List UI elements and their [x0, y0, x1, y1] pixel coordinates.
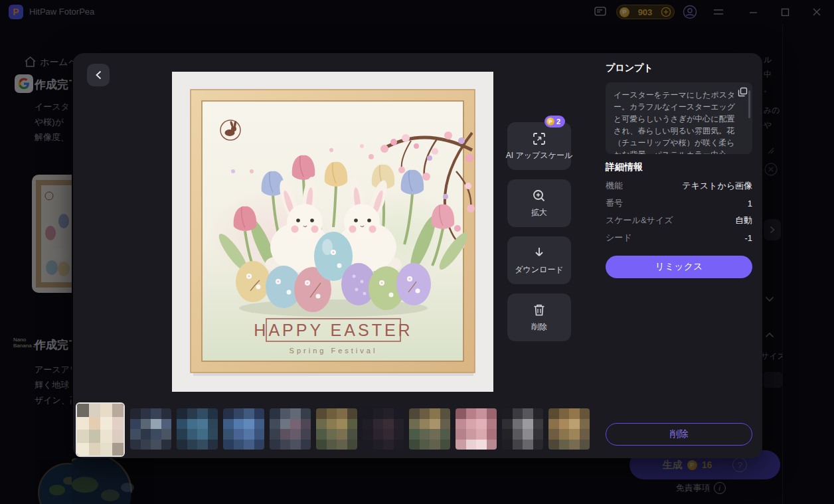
- detail-row-scale-size: スケール&サイズ 自動: [606, 214, 752, 227]
- delete-outline-button[interactable]: 削除: [606, 423, 752, 446]
- prompt-title: プロンプト: [606, 62, 653, 74]
- thumbnail-6[interactable]: [316, 408, 357, 450]
- thumbnail-10[interactable]: [502, 408, 543, 450]
- trash-icon: [533, 303, 546, 317]
- action-label: 拡大: [531, 207, 547, 218]
- detail-value: -1: [744, 233, 752, 243]
- back-button[interactable]: [87, 64, 110, 86]
- thumbnail-4[interactable]: [223, 408, 264, 450]
- action-label: 削除: [531, 321, 547, 333]
- thumbnail-7[interactable]: [363, 408, 404, 450]
- detail-label: 機能: [606, 180, 623, 192]
- zoom-in-icon: [532, 189, 546, 203]
- ai-upscale-button[interactable]: AI アップスケール: [507, 122, 571, 170]
- zoom-button[interactable]: 拡大: [507, 179, 571, 227]
- upscale-cost-badge: P 2: [544, 116, 565, 127]
- detail-label: スケール&サイズ: [606, 214, 673, 226]
- detail-label: 番号: [606, 197, 623, 209]
- detail-row-seed: シード -1: [606, 231, 752, 244]
- badge-count: 2: [556, 118, 560, 126]
- result-image[interactable]: HAPPY EASTER Spring Festival: [172, 72, 493, 392]
- detail-value: 1: [748, 199, 752, 209]
- thumbnail-8[interactable]: [409, 408, 450, 450]
- copy-icon[interactable]: [738, 87, 748, 97]
- details-title: 詳細情報: [606, 161, 643, 173]
- app-window: P HitPaw FotorPea P 903: [0, 0, 834, 504]
- thumbnail-11[interactable]: [548, 408, 590, 450]
- prompt-scrollbar[interactable]: [748, 90, 750, 118]
- poster-title: HAPPY EASTER: [254, 321, 412, 339]
- detail-row-function: 機能 テキストから画像: [606, 179, 752, 193]
- poster-subtitle: Spring Festival: [290, 347, 378, 355]
- thumbnail-5[interactable]: [270, 408, 311, 450]
- thumbnail-3[interactable]: [177, 408, 218, 450]
- download-button[interactable]: ダウンロード: [507, 236, 571, 284]
- coin-icon: P: [546, 118, 554, 126]
- download-icon: [532, 246, 546, 260]
- detail-row-number: 番号 1: [606, 197, 752, 210]
- result-detail-modal: HAPPY EASTER Spring Festival P 2 AI アップス…: [73, 53, 762, 458]
- delete-button[interactable]: 削除: [507, 294, 571, 341]
- thumbnail-strip: [76, 402, 594, 457]
- action-label: ダウンロード: [515, 264, 563, 276]
- thumbnail-2[interactable]: [130, 408, 171, 450]
- action-label: AI アップスケール: [506, 150, 572, 161]
- detail-value: テキストから画像: [682, 180, 752, 192]
- prompt-textbox[interactable]: イースターをテーマにしたポスター。カラフルなイースターエッグと可愛らしいうさぎが…: [606, 82, 752, 154]
- thumbnail-9[interactable]: [456, 408, 497, 450]
- thumbnail-1[interactable]: [76, 402, 125, 457]
- prompt-text: イースターをテーマにしたポスター。カラフルなイースターエッグと可愛らしいうさぎが…: [614, 89, 738, 154]
- upscale-icon: [532, 131, 546, 146]
- detail-value: 自動: [735, 214, 752, 226]
- chevron-left-icon: [95, 70, 102, 80]
- bunny-stamp: [220, 120, 240, 140]
- detail-label: シード: [606, 232, 632, 244]
- remix-button[interactable]: リミックス: [606, 256, 752, 278]
